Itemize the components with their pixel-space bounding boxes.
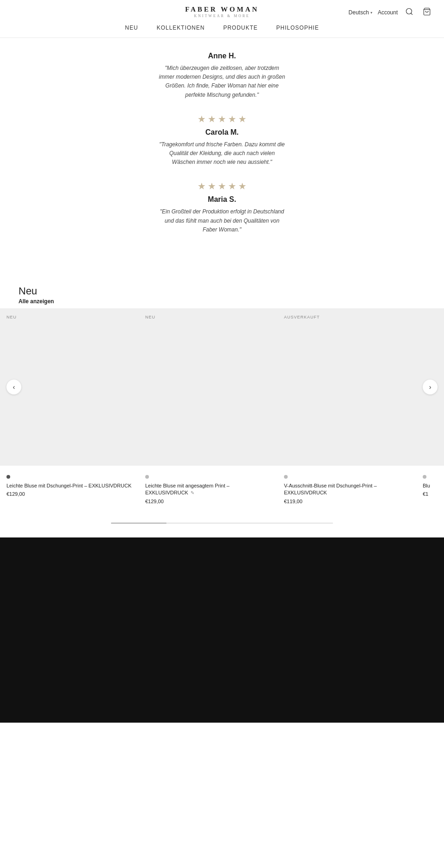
nav-item-neu[interactable]: NEU bbox=[125, 25, 138, 31]
star-3: ★ bbox=[218, 113, 226, 125]
product-badge-1: NEU bbox=[6, 315, 17, 319]
reviews-section: Anne H. "Mich überzeugen die zeitlosen, … bbox=[0, 38, 444, 276]
review-text-1: "Mich überzeugen die zeitlosen, aber tro… bbox=[157, 64, 287, 100]
product-card-2[interactable]: NEU bbox=[139, 308, 278, 466]
main-nav: NEU Kollektionen Produkte Philosophie bbox=[0, 22, 444, 34]
product-info-1: Leichte Bluse mit Dschungel-Print – EXKL… bbox=[0, 470, 139, 504]
reviewer-name-1: Anne H. bbox=[0, 52, 444, 60]
product-name-4: Blu bbox=[423, 482, 444, 489]
star-2: ★ bbox=[208, 181, 216, 192]
alle-anzeigen-link[interactable]: Alle anzeigen bbox=[18, 298, 426, 305]
product-price-2: €129,00 bbox=[145, 499, 271, 504]
reviewer-name-3: Maria S. bbox=[0, 195, 444, 204]
edit-icon: ✎ bbox=[191, 490, 194, 496]
star-5: ★ bbox=[238, 113, 247, 125]
product-card-3[interactable]: AUSVERKAUFT bbox=[278, 308, 416, 466]
language-selector[interactable]: Deutsch ▾ bbox=[349, 9, 372, 16]
product-name-2: Leichte Bluse mit angesagtem Print – EXK… bbox=[145, 482, 271, 497]
carousel-prev-button[interactable]: ‹ bbox=[6, 380, 21, 394]
footer bbox=[0, 537, 444, 723]
neu-title: Neu bbox=[18, 285, 426, 297]
logo-sub: KNITWEAR & MORE bbox=[194, 14, 250, 18]
product-info-3: V-Ausschnitt-Bluse mit Dschungel-Print –… bbox=[278, 470, 416, 504]
star-4: ★ bbox=[228, 181, 236, 192]
star-3: ★ bbox=[218, 181, 226, 192]
product-image-3 bbox=[278, 308, 416, 466]
stars-3: ★ ★ ★ ★ ★ bbox=[0, 181, 444, 192]
nav-item-kollektionen[interactable]: Kollektionen bbox=[157, 25, 205, 31]
star-5: ★ bbox=[238, 181, 247, 192]
review-1: Anne H. "Mich überzeugen die zeitlosen, … bbox=[0, 52, 444, 100]
nav-item-produkte[interactable]: Produkte bbox=[223, 25, 258, 31]
logo-main: FABER WOMAN bbox=[185, 6, 259, 13]
chevron-left-icon: ‹ bbox=[13, 383, 15, 391]
product-name-3: V-Ausschnitt-Bluse mit Dschungel-Print –… bbox=[284, 482, 410, 497]
star-4: ★ bbox=[228, 113, 236, 125]
star-2: ★ bbox=[208, 113, 216, 125]
svg-line-1 bbox=[411, 13, 412, 14]
chevron-right-icon: › bbox=[429, 383, 432, 391]
header: FABER WOMAN KNITWEAR & MORE NEU Kollekti… bbox=[0, 0, 444, 38]
products-info-row: Leichte Bluse mit Dschungel-Print – EXKL… bbox=[0, 466, 444, 513]
search-button[interactable] bbox=[403, 7, 415, 18]
cart-button[interactable] bbox=[421, 7, 433, 18]
product-name-1: Leichte Bluse mit Dschungel-Print – EXKL… bbox=[6, 482, 132, 489]
dot-3 bbox=[284, 475, 288, 479]
carousel-next-button[interactable]: › bbox=[423, 380, 438, 394]
review-text-3: "Ein Großteil der Produktion erfolgt in … bbox=[157, 207, 287, 234]
reviewer-name-2: Carola M. bbox=[0, 128, 444, 137]
product-info-2: Leichte Bluse mit angesagtem Print – EXK… bbox=[139, 470, 278, 504]
product-carousel: NEU NEU AUSVERKAUFT ‹ › bbox=[0, 308, 444, 466]
dot-2 bbox=[145, 475, 149, 479]
stars-2: ★ ★ ★ ★ ★ bbox=[0, 113, 444, 125]
product-price-1: €129,00 bbox=[6, 491, 132, 497]
product-badge-3: AUSVERKAUFT bbox=[284, 315, 320, 319]
product-image-2 bbox=[139, 308, 278, 466]
product-price-3: €119,00 bbox=[284, 499, 410, 504]
pagination-track bbox=[111, 523, 333, 524]
product-info-4: Blu €1 bbox=[416, 470, 444, 504]
review-text-2: "Tragekomfort und frische Farben. Dazu k… bbox=[157, 140, 287, 167]
product-price-4: €1 bbox=[423, 491, 444, 497]
dot-4 bbox=[423, 475, 426, 479]
neu-header: Neu Alle anzeigen bbox=[0, 285, 444, 308]
pagination-fill bbox=[111, 523, 166, 524]
nav-item-philosophie[interactable]: Philosophie bbox=[276, 25, 319, 31]
svg-point-0 bbox=[406, 8, 412, 14]
neu-section: Neu Alle anzeigen NEU NEU AUSVERKAUFT bbox=[0, 276, 444, 537]
star-1: ★ bbox=[197, 113, 206, 125]
review-3: ★ ★ ★ ★ ★ Maria S. "Ein Großteil der Pro… bbox=[0, 181, 444, 234]
account-link[interactable]: Account bbox=[378, 9, 398, 16]
header-right: Deutsch ▾ Account bbox=[349, 7, 433, 18]
star-1: ★ bbox=[197, 181, 206, 192]
pagination-bar bbox=[0, 513, 444, 537]
dot-active-1 bbox=[6, 475, 10, 479]
chevron-down-icon: ▾ bbox=[370, 11, 372, 15]
carousel-track: NEU NEU AUSVERKAUFT bbox=[0, 308, 444, 466]
language-label: Deutsch bbox=[349, 9, 369, 16]
product-badge-2: NEU bbox=[145, 315, 155, 319]
review-2: ★ ★ ★ ★ ★ Carola M. "Tragekomfort und fr… bbox=[0, 113, 444, 167]
